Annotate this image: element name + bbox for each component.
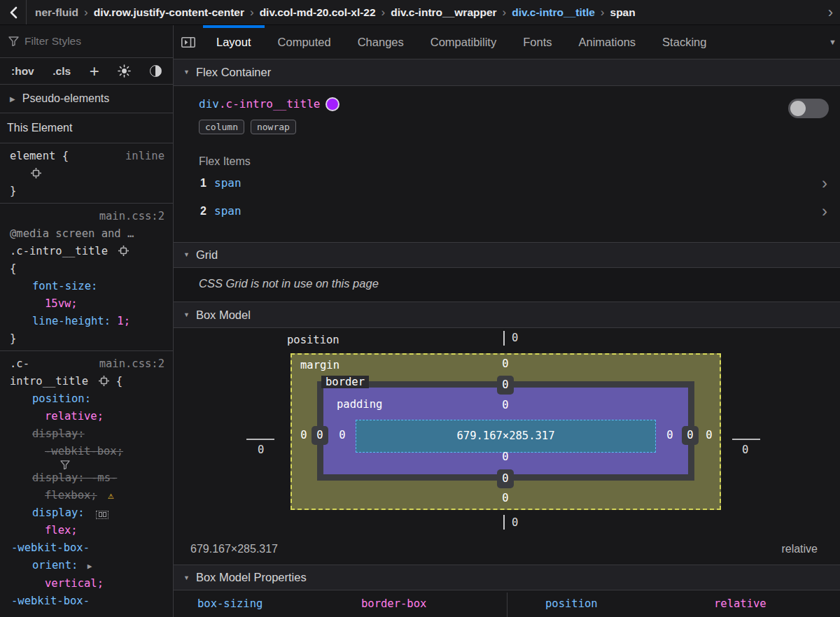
highlight-target-icon[interactable] (99, 376, 109, 386)
section-header-grid[interactable]: ▼ Grid (174, 242, 840, 269)
light-theme-sun-icon[interactable] (118, 64, 131, 78)
flex-item-row[interactable]: 1 span › (174, 169, 840, 197)
box-model-properties-title: Box Model Properties (196, 571, 307, 584)
box-model-border-region[interactable]: 679.167×285.317 (317, 381, 694, 481)
section-header-box-model[interactable]: ▼ Box Model (174, 302, 840, 328)
css-value[interactable]: flex; (10, 522, 167, 539)
breadcrumb-item[interactable]: ner-fluid (32, 6, 81, 19)
padding-right-value[interactable]: 0 (666, 429, 673, 441)
property-value: border-box (361, 597, 426, 610)
toggle-classes-button[interactable]: .cls (52, 65, 71, 78)
inactive-rule-funnel-icon[interactable] (60, 460, 70, 469)
border-bottom-value[interactable]: 0 (497, 469, 514, 488)
breadcrumb-separator-icon: › (247, 6, 257, 20)
css-value[interactable]: 1; (117, 315, 130, 327)
css-property[interactable]: orient: (32, 559, 78, 572)
panel-toggle-icon (181, 37, 195, 48)
tabs-overflow-dropdown[interactable]: ▼ (829, 25, 836, 59)
chevron-right-icon: › (822, 175, 827, 192)
css-value[interactable]: vertical; (10, 575, 167, 593)
expander-triangle-icon[interactable]: ▶ (88, 562, 92, 571)
flex-highlight-color-swatch (326, 97, 340, 111)
border-left-value[interactable]: 0 (312, 426, 328, 445)
css-property[interactable]: line-height: (32, 315, 111, 327)
rule-selector[interactable]: element (10, 150, 55, 162)
css-property-overridden[interactable]: display: (10, 425, 167, 443)
tab-computed[interactable]: Computed (265, 25, 344, 59)
padding-label: padding (337, 398, 382, 411)
breadcrumb-item[interactable]: div.row.justify-content-center (91, 6, 247, 19)
css-value-overridden[interactable]: flexbox; (45, 489, 97, 502)
padding-left-value[interactable]: 0 (339, 429, 345, 441)
box-model-properties-row: box-sizing border-box position relative (174, 590, 840, 617)
breadcrumb-item[interactable]: span (608, 6, 638, 19)
css-property[interactable]: -webkit-box- (10, 539, 167, 557)
toggle-split-pane-button[interactable] (174, 25, 203, 59)
flex-highlighter-icon[interactable] (96, 511, 108, 519)
brace-close: } (10, 330, 167, 348)
rule-selector[interactable]: intro__title (10, 375, 88, 388)
triangle-down-icon: ▼ (183, 69, 190, 76)
css-value[interactable]: 15vw; (10, 295, 167, 313)
padding-bottom-value[interactable]: 0 (502, 451, 508, 463)
toggle-pseudo-hov-button[interactable]: :hov (11, 65, 34, 78)
breadcrumb-item[interactable]: div.col-md-20.col-xl-22 (257, 6, 379, 19)
rule-selector[interactable]: .c- (10, 355, 29, 373)
rule-selector[interactable]: .c-intro__title (10, 245, 108, 257)
section-header-flex-container[interactable]: ▼ Flex Container (174, 59, 840, 86)
border-right-value[interactable]: 0 (682, 426, 699, 445)
breadcrumb-item-selected[interactable]: div.c-intro__title (509, 6, 598, 19)
stylesheet-link[interactable]: main.css:2 (99, 355, 164, 373)
add-rule-button[interactable]: + (90, 63, 99, 80)
css-value[interactable]: relative; (10, 408, 167, 425)
flex-item-node-link[interactable]: span (214, 204, 241, 218)
css-property-clipped[interactable]: -webkit-box- (10, 593, 167, 610)
tab-compatibility[interactable]: Compatibility (417, 25, 510, 59)
flex-items-label: Flex Items (199, 155, 840, 168)
property-value: relative (714, 597, 766, 610)
margin-right-value[interactable]: 0 (706, 429, 712, 441)
tab-fonts[interactable]: Fonts (510, 25, 565, 59)
margin-bottom-value[interactable]: 0 (502, 492, 508, 504)
back-button[interactable] (0, 0, 27, 24)
display-badge: inline (125, 148, 164, 165)
css-property[interactable]: font-size: (10, 278, 167, 295)
breadcrumb-item[interactable]: div.c-intro__wrapper (388, 6, 499, 19)
column-divider (507, 593, 507, 617)
border-top-value[interactable]: 0 (497, 376, 514, 395)
padding-top-value[interactable]: 0 (502, 399, 508, 411)
css-property-overridden[interactable]: display: -ms- (10, 469, 167, 487)
content-dimensions[interactable]: 679.167×285.317 (457, 430, 555, 442)
tab-layout[interactable]: Layout (203, 25, 265, 59)
highlight-target-icon[interactable] (31, 168, 41, 178)
flex-item-node-link[interactable]: span (214, 176, 241, 190)
flex-item-row[interactable]: 2 span › (174, 197, 840, 225)
css-property[interactable]: position: (10, 390, 167, 408)
breadcrumb-overflow-chevron[interactable]: › (824, 0, 837, 24)
margin-left-value[interactable]: 0 (300, 429, 307, 441)
grid-empty-message: CSS Grid is not in use on this page (174, 268, 840, 302)
tab-stacking[interactable]: Stacking (649, 25, 720, 59)
position-right-value[interactable]: 0 (742, 444, 748, 456)
tab-changes[interactable]: Changes (344, 25, 417, 59)
filter-styles-input[interactable] (24, 35, 144, 48)
highlight-target-icon[interactable] (118, 246, 129, 256)
flex-overlay-toggle[interactable] (788, 99, 829, 118)
css-value-overridden[interactable]: -webkit-box; (10, 443, 167, 460)
margin-top-value[interactable]: 0 (502, 357, 508, 370)
position-top-value[interactable]: 0 (512, 332, 518, 344)
property-name: position (545, 597, 598, 610)
flex-container-body: div.c-intro__title column nowrap (174, 86, 840, 144)
flex-container-node-link[interactable]: div.c-intro__title (199, 97, 840, 111)
stylesheet-link[interactable]: main.css:2 (10, 208, 167, 225)
warning-icon: ⚠ (108, 487, 113, 504)
section-header-box-model-properties[interactable]: ▼ Box Model Properties (174, 565, 840, 591)
box-model-content-region[interactable]: 679.167×285.317 (356, 420, 656, 453)
pseudo-elements-expander[interactable]: ▶ Pseudo-elements (0, 85, 173, 113)
position-bottom-value[interactable]: 0 (512, 516, 518, 529)
node-tag: div (199, 97, 219, 111)
css-property[interactable]: display: (32, 506, 85, 519)
position-left-value[interactable]: 0 (258, 444, 264, 456)
tab-animations[interactable]: Animations (565, 25, 649, 59)
dark-theme-moon-icon[interactable] (150, 65, 162, 77)
